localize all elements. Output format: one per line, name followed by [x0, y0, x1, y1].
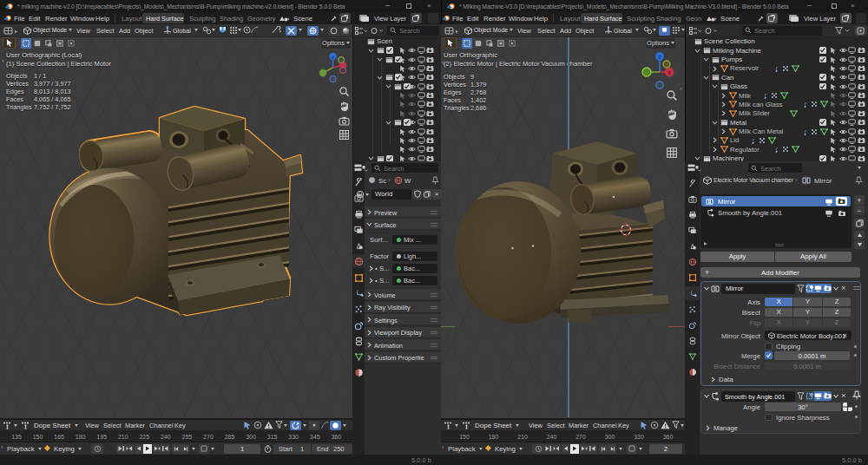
svg-text:z: z — [332, 55, 334, 60]
svg-text:x: x — [667, 69, 671, 75]
svg-text:z: z — [658, 54, 661, 60]
